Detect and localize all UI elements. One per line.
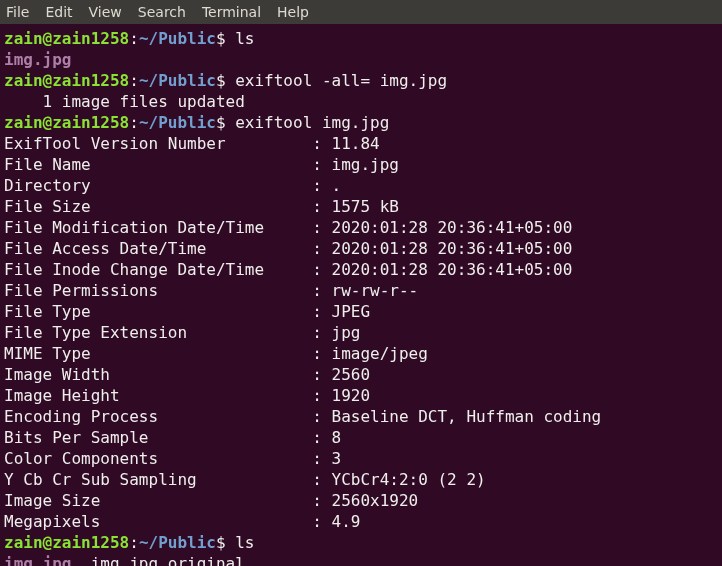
exif-colon: :	[312, 302, 331, 321]
exif-value: 4.9	[332, 512, 361, 531]
menu-terminal[interactable]: Terminal	[202, 2, 261, 23]
menu-help[interactable]: Help	[277, 2, 309, 23]
exif-key: Y Cb Cr Sub Sampling	[4, 470, 312, 489]
exif-row: File Name : img.jpg	[4, 154, 718, 175]
exif-key: Megapixels	[4, 512, 312, 531]
exif-key: File Name	[4, 155, 312, 174]
exif-row: Color Components : 3	[4, 448, 718, 469]
ls-output-file: img.jpg	[4, 554, 71, 566]
exif-row: Megapixels : 4.9	[4, 511, 718, 532]
output-line: img.jpg img.jpg_original	[4, 553, 718, 566]
exif-colon: :	[312, 407, 331, 426]
exif-row: Encoding Process : Baseline DCT, Huffman…	[4, 406, 718, 427]
exif-value: rw-rw-r--	[332, 281, 419, 300]
exif-value: 2020:01:28 20:36:41+05:00	[332, 218, 573, 237]
exif-row: File Type Extension : jpg	[4, 322, 718, 343]
exif-key: File Type Extension	[4, 323, 312, 342]
exif-row: Directory : .	[4, 175, 718, 196]
exif-value: Baseline DCT, Huffman coding	[332, 407, 602, 426]
prompt-path: ~/Public	[139, 71, 216, 90]
prompt-sep: :	[129, 71, 139, 90]
prompt-line: zain@zain1258:~/Public$ ls	[4, 532, 718, 553]
menu-view[interactable]: View	[89, 2, 122, 23]
menu-edit[interactable]: Edit	[45, 2, 72, 23]
exif-colon: :	[312, 239, 331, 258]
prompt-sep: :	[129, 113, 139, 132]
exif-key: File Access Date/Time	[4, 239, 312, 258]
exif-colon: :	[312, 365, 331, 384]
exif-colon: :	[312, 512, 331, 531]
exif-key: File Modification Date/Time	[4, 218, 312, 237]
prompt-user-host: zain@zain1258	[4, 71, 129, 90]
exif-colon: :	[312, 323, 331, 342]
exif-row: File Size : 1575 kB	[4, 196, 718, 217]
exif-value: 2560x1920	[332, 491, 419, 510]
exif-key: File Inode Change Date/Time	[4, 260, 312, 279]
exif-value: 3	[332, 449, 342, 468]
exif-value: .	[332, 176, 342, 195]
exif-colon: :	[312, 428, 331, 447]
terminal-viewport[interactable]: zain@zain1258:~/Public$ lsimg.jpgzain@za…	[0, 24, 722, 566]
exif-colon: :	[312, 155, 331, 174]
exif-colon: :	[312, 281, 331, 300]
exif-value: YCbCr4:2:0 (2 2)	[332, 470, 486, 489]
prompt-user-host: zain@zain1258	[4, 533, 129, 552]
ls-output-file: img.jpg	[4, 50, 71, 69]
exif-colon: :	[312, 134, 331, 153]
exif-key: File Size	[4, 197, 312, 216]
exif-value: img.jpg	[332, 155, 399, 174]
exif-colon: :	[312, 176, 331, 195]
exif-row: File Access Date/Time : 2020:01:28 20:36…	[4, 238, 718, 259]
exif-row: ExifTool Version Number : 11.84	[4, 133, 718, 154]
prompt-user-host: zain@zain1258	[4, 113, 129, 132]
exif-colon: :	[312, 218, 331, 237]
exif-key: File Type	[4, 302, 312, 321]
exif-key: Image Width	[4, 365, 312, 384]
exif-row: File Permissions : rw-rw-r--	[4, 280, 718, 301]
prompt-line: zain@zain1258:~/Public$ exiftool img.jpg	[4, 112, 718, 133]
menu-file[interactable]: File	[6, 2, 29, 23]
exif-key: Bits Per Sample	[4, 428, 312, 447]
prompt-path: ~/Public	[139, 113, 216, 132]
exif-row: Image Height : 1920	[4, 385, 718, 406]
exif-key: Image Size	[4, 491, 312, 510]
menubar: File Edit View Search Terminal Help	[0, 0, 722, 24]
exif-value: jpg	[332, 323, 361, 342]
prompt-end: $	[216, 29, 235, 48]
prompt-end: $	[216, 533, 235, 552]
menu-search[interactable]: Search	[138, 2, 186, 23]
ls-output-file: img.jpg_original	[71, 554, 244, 566]
exif-colon: :	[312, 491, 331, 510]
exif-value: 1920	[332, 386, 371, 405]
prompt-path: ~/Public	[139, 29, 216, 48]
exif-value: image/jpeg	[332, 344, 428, 363]
command-text: ls	[235, 29, 254, 48]
exif-row: Image Width : 2560	[4, 364, 718, 385]
exif-key: MIME Type	[4, 344, 312, 363]
prompt-sep: :	[129, 533, 139, 552]
exif-key: Directory	[4, 176, 312, 195]
exif-colon: :	[312, 260, 331, 279]
command-text: exiftool -all= img.jpg	[235, 71, 447, 90]
exif-key: File Permissions	[4, 281, 312, 300]
exif-strip-output: 1 image files updated	[4, 92, 245, 111]
exif-value: 11.84	[332, 134, 380, 153]
prompt-end: $	[216, 71, 235, 90]
prompt-line: zain@zain1258:~/Public$ ls	[4, 28, 718, 49]
exif-key: Encoding Process	[4, 407, 312, 426]
exif-value: 2560	[332, 365, 371, 384]
exif-row: File Inode Change Date/Time : 2020:01:28…	[4, 259, 718, 280]
exif-row: Bits Per Sample : 8	[4, 427, 718, 448]
prompt-line: zain@zain1258:~/Public$ exiftool -all= i…	[4, 70, 718, 91]
exif-colon: :	[312, 197, 331, 216]
exif-row: File Type : JPEG	[4, 301, 718, 322]
prompt-sep: :	[129, 29, 139, 48]
exif-colon: :	[312, 344, 331, 363]
command-text: ls	[235, 533, 254, 552]
output-line: img.jpg	[4, 49, 718, 70]
exif-key: ExifTool Version Number	[4, 134, 312, 153]
exif-value: 8	[332, 428, 342, 447]
exif-colon: :	[312, 470, 331, 489]
prompt-user-host: zain@zain1258	[4, 29, 129, 48]
exif-colon: :	[312, 449, 331, 468]
